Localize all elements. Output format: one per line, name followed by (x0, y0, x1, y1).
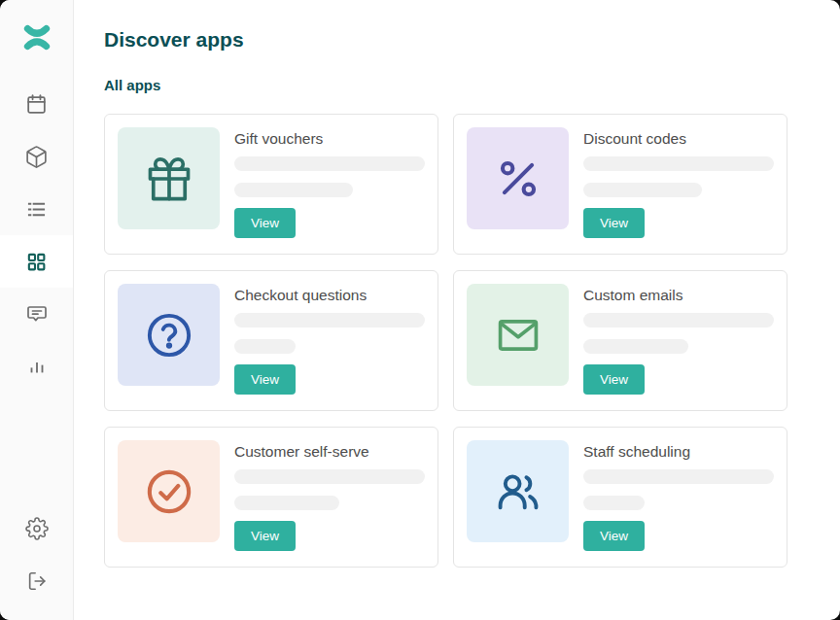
app-card-title: Checkout questions (234, 286, 425, 304)
sidebar-item-list[interactable] (0, 183, 73, 235)
app-card-title: Customer self-serve (234, 442, 425, 461)
brand-logo-icon (22, 22, 52, 55)
app-card-title: Custom emails (583, 286, 774, 304)
sidebar-item-apps[interactable] (0, 235, 73, 288)
app-icon-tile (467, 284, 569, 386)
package-icon (24, 145, 49, 169)
skeleton-line (234, 183, 353, 197)
check-circle-icon (144, 466, 194, 517)
skeleton-line (583, 339, 688, 354)
page-title: Discover apps (104, 27, 840, 52)
app-icon-tile (467, 127, 569, 229)
sidebar-item-logout[interactable] (0, 555, 73, 607)
card-body: Customer self-serve View (234, 440, 425, 554)
skeleton-line (583, 313, 774, 327)
skeleton-line (583, 496, 645, 510)
app-card-checkout-questions: Checkout questions View (104, 270, 438, 411)
app-cards-grid: Gift vouchers View (104, 114, 840, 568)
section-label-all-apps: All apps (104, 77, 840, 94)
card-body: Checkout questions View (234, 284, 425, 397)
skeleton-line (583, 183, 702, 197)
apps-grid-icon (25, 251, 48, 273)
view-button[interactable]: View (234, 521, 296, 551)
app-window: Discover apps All apps (0, 0, 840, 620)
message-icon (25, 302, 49, 326)
question-circle-icon (144, 310, 194, 361)
sidebar (0, 0, 74, 620)
skeleton-line (234, 339, 296, 354)
list-icon (25, 198, 48, 221)
card-body: Gift vouchers View (234, 127, 425, 241)
brand-logo[interactable] (0, 0, 73, 78)
view-button[interactable]: View (583, 364, 645, 395)
skeleton-line (234, 496, 339, 510)
card-body: Staff scheduling View (583, 440, 774, 554)
skeleton-line (234, 469, 425, 484)
view-button[interactable]: View (234, 208, 296, 238)
view-button[interactable]: View (583, 208, 645, 238)
app-icon-tile (467, 440, 569, 542)
skeleton-line (234, 156, 425, 171)
card-body: Custom emails View (583, 284, 774, 397)
percent-icon (493, 154, 543, 204)
app-card-title: Gift vouchers (234, 129, 425, 148)
sidebar-item-settings[interactable] (0, 502, 73, 555)
calendar-icon (24, 92, 49, 117)
app-card-staff-scheduling: Staff scheduling View (453, 427, 788, 568)
app-card-title: Staff scheduling (583, 442, 774, 461)
logout-icon (26, 570, 48, 592)
app-icon-tile (118, 440, 220, 542)
app-card-gift-vouchers: Gift vouchers View (104, 114, 438, 255)
users-icon (493, 466, 543, 517)
app-icon-tile (118, 127, 220, 229)
app-card-title: Discount codes (583, 129, 774, 148)
gift-icon (144, 154, 194, 204)
view-button[interactable]: View (234, 364, 296, 395)
app-card-custom-emails: Custom emails View (453, 270, 788, 411)
card-body: Discount codes View (583, 127, 774, 241)
app-card-customer-self-serve: Customer self-serve View (104, 427, 438, 568)
sidebar-spacer (0, 393, 73, 502)
bar-chart-icon (26, 356, 48, 377)
app-card-discount-codes: Discount codes View (453, 114, 788, 255)
skeleton-line (234, 313, 425, 327)
sidebar-item-reports[interactable] (0, 340, 73, 393)
view-button[interactable]: View (583, 521, 645, 551)
app-icon-tile (118, 284, 220, 386)
sidebar-item-calendar[interactable] (0, 78, 73, 130)
sidebar-item-messages[interactable] (0, 288, 73, 340)
gear-icon (25, 517, 49, 540)
skeleton-line (583, 156, 774, 171)
skeleton-line (583, 469, 774, 484)
sidebar-item-package[interactable] (0, 130, 73, 183)
main-content: Discover apps All apps (74, 0, 840, 620)
mail-icon (493, 310, 543, 361)
sidebar-bottom (0, 502, 73, 620)
